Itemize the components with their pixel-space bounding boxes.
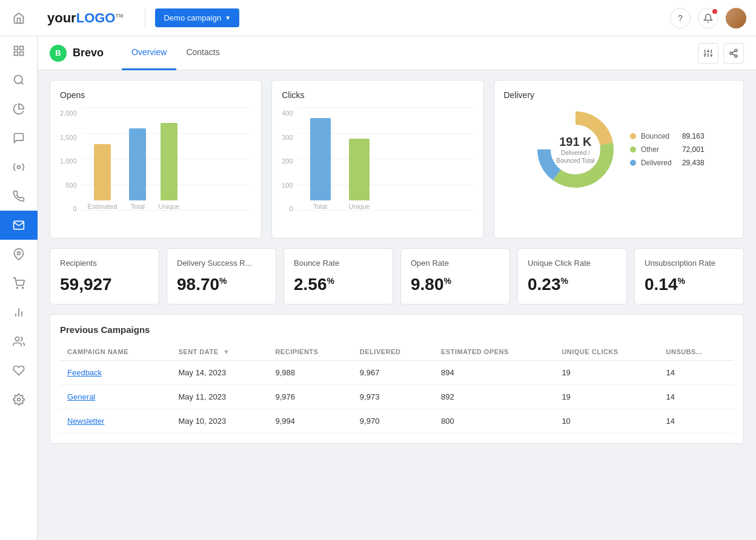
bell-icon: [703, 13, 713, 23]
tab-contacts-label: Contacts: [186, 47, 219, 57]
tab-overview[interactable]: Overview: [122, 36, 176, 70]
opens-bars: Estimated Total Unique: [82, 107, 252, 210]
row-general-est-opens: 892: [434, 385, 554, 409]
opens-y-0: 0: [73, 205, 76, 212]
table-row: Feedback May 14, 2023 9,988 9,967 894 19…: [60, 361, 734, 385]
sidebar-item-shop[interactable]: [0, 269, 38, 298]
legend-bounced: Bounced 89,163: [630, 132, 705, 140]
opens-bar-total-rect: [129, 128, 146, 200]
row-newsletter-date: May 10, 2023: [171, 409, 268, 433]
clicks-chart-body: 400 300 200 100 0: [282, 107, 473, 228]
notification-dot: [712, 9, 717, 14]
col-campaign-name: CAMPAIGN NAME: [60, 343, 171, 361]
logo-tm: TM: [115, 12, 123, 18]
campaigns-table: CAMPAIGN NAME SENT DATE ▼ RECIPIENTS DEL…: [60, 343, 734, 433]
share-button[interactable]: [723, 43, 744, 64]
help-button[interactable]: ?: [670, 8, 691, 28]
row-newsletter-name: Newsletter: [60, 409, 171, 433]
feedback-link[interactable]: Feedback: [67, 368, 102, 377]
sub-tabs: Overview Contacts: [122, 36, 230, 70]
campaigns-table-body: Feedback May 14, 2023 9,988 9,967 894 19…: [60, 361, 734, 433]
avatar[interactable]: [726, 8, 746, 28]
svg-point-6: [17, 166, 20, 169]
sidebar-item-location[interactable]: [0, 240, 38, 269]
stat-delivery-success-label: Delivery Success R...: [177, 258, 266, 268]
sub-header: B Brevo Overview Contacts: [38, 36, 756, 70]
row-feedback-recipients: 9,988: [268, 361, 352, 385]
opens-chart-area: Estimated Total Unique: [82, 107, 252, 228]
sidebar-item-search[interactable]: [0, 65, 38, 94]
main-wrapper: yourLOGOTM Demo campaign ▼ ?: [38, 0, 756, 540]
row-newsletter-delivered: 9,970: [353, 409, 434, 433]
sidebar-item-people[interactable]: [0, 327, 38, 356]
stat-unique-click-rate: Unique Click Rate 0.23%: [517, 248, 627, 305]
col-sent-date[interactable]: SENT DATE ▼: [171, 343, 268, 361]
legend-other-name: Other: [641, 145, 677, 154]
svg-point-9: [22, 288, 23, 289]
row-feedback-unique-clicks: 19: [554, 361, 658, 385]
legend-delivered: Delivered 29,438: [630, 159, 705, 167]
logo-brand: LOGO: [76, 10, 116, 25]
notification-wrapper: [698, 8, 718, 28]
legend-bounced-value: 89,163: [682, 132, 705, 140]
opens-bar-unique-rect: [161, 123, 177, 200]
tab-contacts[interactable]: Contacts: [176, 36, 229, 70]
stat-recipients-value: 59,927: [60, 275, 149, 294]
row-feedback-est-opens: 894: [434, 361, 554, 385]
donut-value: 191 K: [556, 135, 594, 149]
stat-unsubscription-rate-label: Unsubscription Rate: [645, 258, 734, 268]
home-icon[interactable]: [13, 12, 25, 24]
legend-other-value: 72,001: [682, 145, 705, 154]
opens-y-500: 500: [65, 182, 76, 189]
stat-recipients: Recipients 59,927: [50, 248, 159, 305]
legend-bounced-dot: [630, 133, 636, 139]
opens-y-1500: 1,500: [60, 134, 77, 141]
row-feedback-name: Feedback: [60, 361, 171, 385]
clicks-bar-total: Total: [310, 118, 331, 210]
delivery-chart-body: 191 K Delivered /Bounced Total Bounced 8…: [504, 107, 734, 192]
svg-point-4: [14, 76, 22, 84]
stats-row: Recipients 59,927 Delivery Success R... …: [50, 248, 744, 305]
content-area: B Brevo Overview Contacts: [38, 36, 756, 540]
sort-icon: ▼: [223, 348, 230, 355]
svg-point-24: [735, 49, 737, 51]
brevo-title: Brevo: [73, 47, 104, 59]
sidebar-item-grid[interactable]: [0, 36, 38, 65]
sidebar-logo-area: [0, 0, 38, 36]
sidebar-item-plugins[interactable]: [0, 356, 38, 385]
row-general-recipients: 9,976: [268, 385, 352, 409]
stat-unsubscription-rate: Unsubscription Rate 0.14%: [634, 248, 744, 305]
legend-delivered-dot: [630, 160, 636, 166]
sidebar-item-reports[interactable]: [0, 94, 38, 123]
campaign-button[interactable]: Demo campaign ▼: [155, 8, 239, 27]
sidebar-item-phone[interactable]: [0, 182, 38, 211]
previous-campaigns-card: Previous Campaigns CAMPAIGN NAME SENT DA…: [50, 314, 744, 444]
sidebar-item-settings[interactable]: [0, 385, 38, 414]
clicks-bar-total-label: Total: [313, 203, 327, 210]
delivery-chart-title: Delivery: [504, 90, 734, 100]
sidebar-item-email[interactable]: [0, 211, 38, 240]
svg-rect-1: [19, 47, 23, 50]
sidebar: [0, 0, 38, 540]
brevo-badge: B: [50, 45, 67, 62]
clicks-bars: Total Unique: [298, 107, 474, 210]
svg-rect-3: [19, 52, 23, 56]
customize-button[interactable]: [698, 43, 718, 64]
row-feedback-delivered: 9,967: [353, 361, 434, 385]
sub-header-actions: [698, 43, 744, 64]
newsletter-link[interactable]: Newsletter: [67, 417, 104, 426]
clicks-chart-title: Clicks: [282, 90, 473, 100]
legend-delivered-name: Delivered: [641, 159, 677, 167]
stat-unsubscription-rate-value: 0.14%: [645, 275, 734, 294]
svg-point-14: [17, 398, 20, 401]
brevo-initial: B: [55, 48, 61, 58]
sidebar-item-analytics[interactable]: [0, 298, 38, 327]
clicks-bar-unique-label: Unique: [349, 203, 370, 210]
sidebar-item-automation[interactable]: [0, 153, 38, 182]
campaigns-table-header-row: CAMPAIGN NAME SENT DATE ▼ RECIPIENTS DEL…: [60, 343, 734, 361]
sidebar-item-chat[interactable]: [0, 123, 38, 153]
general-link[interactable]: General: [67, 392, 95, 401]
clicks-y-100: 100: [282, 182, 293, 189]
campaign-button-label: Demo campaign: [164, 13, 221, 22]
stat-bounce-rate: Bounce Rate 2.56%: [284, 248, 393, 305]
